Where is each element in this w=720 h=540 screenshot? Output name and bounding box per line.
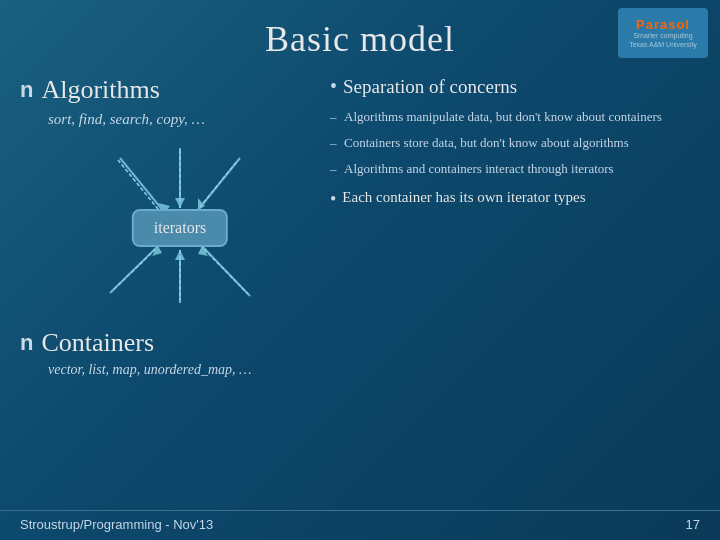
svg-line-0 (120, 158, 165, 213)
point-1: Algorithms manipulate data, but don't kn… (330, 108, 700, 126)
containers-subtitle: vector, list, map, unordered_map, … (48, 362, 320, 378)
left-column: n Algorithms sort, find, search, copy, … (20, 70, 320, 378)
svg-line-14 (196, 160, 238, 212)
containers-bullet: n (20, 330, 33, 356)
slide-title: Basic model (0, 0, 720, 70)
sep-bullet: • (330, 75, 337, 98)
footer-page: 17 (686, 517, 700, 532)
footer-text: Stroustrup/Programming - Nov'13 (20, 517, 213, 532)
containers-section: n Containers vector, list, map, unordere… (20, 328, 320, 378)
logo-name: Parasol (636, 17, 690, 32)
container-note: • Each container has its own iterator ty… (330, 189, 700, 211)
right-column: • Separation of concerns Algorithms mani… (330, 70, 700, 378)
iterators-label: iterators (154, 219, 206, 236)
algorithms-subtitle: sort, find, search, copy, … (48, 111, 320, 128)
svg-line-12 (118, 160, 162, 214)
separation-title: Separation of concerns (343, 76, 517, 98)
separation-header: • Separation of concerns (330, 75, 700, 98)
container-note-text: Each container has its own iterator type… (342, 189, 585, 206)
iterators-box: iterators (132, 209, 228, 247)
main-content: n Algorithms sort, find, search, copy, … (0, 70, 720, 378)
slide: Parasol Smarter computingTexas A&M Unive… (0, 0, 720, 540)
point-3: Algorithms and containers interact throu… (330, 160, 700, 178)
containers-title: Containers (41, 328, 154, 358)
note-dot: • (330, 189, 336, 211)
iterators-diagram: iterators (40, 138, 320, 318)
algorithms-bullet: n (20, 77, 33, 103)
svg-line-15 (112, 245, 160, 291)
point-2: Containers store data, but don't know ab… (330, 134, 700, 152)
algorithms-header: n Algorithms (20, 75, 320, 105)
note-bullet-row: • Each container has its own iterator ty… (330, 189, 700, 211)
containers-header: n Containers (20, 328, 320, 358)
points-list: Algorithms manipulate data, but don't kn… (330, 108, 700, 179)
logo: Parasol Smarter computingTexas A&M Unive… (618, 8, 708, 58)
logo-subtitle: Smarter computingTexas A&M University (629, 32, 697, 49)
footer: Stroustrup/Programming - Nov'13 17 (0, 510, 720, 532)
algorithms-title: Algorithms (41, 75, 159, 105)
title-text: Basic model (0, 18, 720, 60)
